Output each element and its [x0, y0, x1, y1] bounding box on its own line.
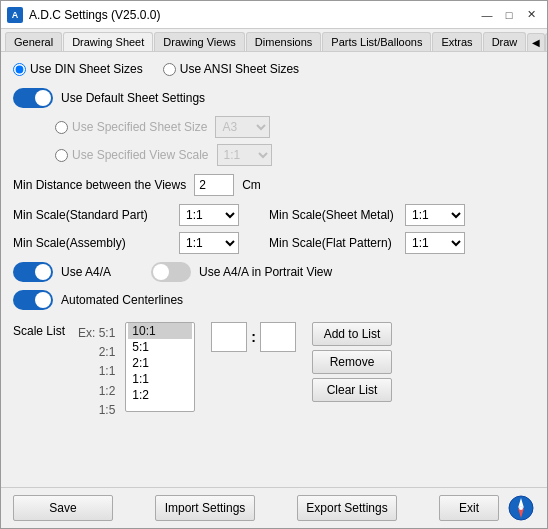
scale-option-5-1: 5:1 — [128, 339, 192, 355]
min-scale-flat-select[interactable]: 1:11:22:1 — [405, 232, 465, 254]
specified-scale-radio[interactable] — [55, 149, 68, 162]
scale-input-right[interactable] — [260, 322, 296, 352]
specified-size-radio[interactable] — [55, 121, 68, 134]
min-distance-input[interactable]: 2 — [194, 174, 234, 196]
tab-bar: General Drawing Sheet Drawing Views Dime… — [1, 29, 547, 52]
specified-scale-label: Use Specified View Scale — [72, 148, 209, 162]
toggle-thumb-a4 — [35, 264, 51, 280]
default-settings-row: Use Default Sheet Settings — [13, 88, 535, 108]
scale-list-section: Scale List Ex: 5:1 2:1 1:1 1:2 1:5 10:1 … — [13, 322, 535, 420]
toggle-thumb-default — [35, 90, 51, 106]
specified-size-radio-label[interactable]: Use Specified Sheet Size — [55, 120, 207, 134]
min-scale-standard-select[interactable]: 1:11:22:1 — [179, 204, 239, 226]
scale-example-4: 1:5 — [99, 401, 116, 420]
min-distance-label: Min Distance between the Views — [13, 178, 186, 192]
svg-point-3 — [519, 506, 523, 510]
din-sheet-label: Use DIN Sheet Sizes — [30, 62, 143, 76]
din-sheet-radio-label[interactable]: Use DIN Sheet Sizes — [13, 62, 143, 76]
tab-parts-list[interactable]: Parts List/Balloons — [322, 32, 431, 51]
use-a4-row: Use A4/A — [13, 262, 111, 282]
min-distance-unit: Cm — [242, 178, 261, 192]
toggle-thumb-centerlines — [35, 292, 51, 308]
specified-size-label: Use Specified Sheet Size — [72, 120, 207, 134]
use-a4-portrait-label: Use A4/A in Portrait View — [199, 265, 332, 279]
min-scale-assembly-select[interactable]: 1:11:22:1 — [179, 232, 239, 254]
min-distance-row: Min Distance between the Views 2 Cm — [13, 174, 535, 196]
scale-example-header: Ex: 5:1 — [78, 324, 115, 343]
clear-list-button[interactable]: Clear List — [312, 378, 392, 402]
specified-scale-row: Use Specified View Scale 1:1 1:2 2:1 — [35, 144, 535, 166]
min-scale-sheet-metal-select[interactable]: 1:11:22:1 — [405, 204, 465, 226]
specified-scale-select[interactable]: 1:1 1:2 2:1 — [217, 144, 272, 166]
export-settings-button[interactable]: Export Settings — [297, 495, 397, 521]
scale-input-left[interactable] — [211, 322, 247, 352]
ansi-sheet-radio[interactable] — [163, 63, 176, 76]
min-scale-assembly-row: Min Scale(Assembly) 1:11:22:1 — [13, 232, 239, 254]
ansi-sheet-radio-label[interactable]: Use ANSI Sheet Sizes — [163, 62, 299, 76]
import-settings-button[interactable]: Import Settings — [155, 495, 255, 521]
use-a4-label: Use A4/A — [61, 265, 111, 279]
main-window: A A.D.C Settings (V25.0.0) — □ ✕ General… — [0, 0, 548, 529]
min-scale-sheet-metal-row: Min Scale(Sheet Metal) 1:11:22:1 — [269, 204, 465, 226]
default-settings-label: Use Default Sheet Settings — [61, 91, 205, 105]
footer: Save Import Settings Export Settings Exi… — [1, 487, 547, 528]
use-a4-portrait-row: Use A4/A in Portrait View — [151, 262, 332, 282]
tab-drawing-views[interactable]: Drawing Views — [154, 32, 245, 51]
toggle-track-a4 — [13, 262, 53, 282]
scale-option-1-2: 1:2 — [128, 387, 192, 403]
min-scale-flat-row: Min Scale(Flat Pattern) 1:11:22:1 — [269, 232, 465, 254]
minimize-button[interactable]: — — [477, 5, 497, 25]
scale-listbox[interactable]: 10:1 5:1 2:1 1:1 1:2 — [125, 322, 195, 412]
specified-size-row: Use Specified Sheet Size A3 A0 A1 A2 A4 — [35, 116, 535, 138]
tab-extras[interactable]: Extras — [432, 32, 481, 51]
min-scale-section: Min Scale(Standard Part) 1:11:22:1 Min S… — [13, 204, 535, 254]
content-area: Use DIN Sheet Sizes Use ANSI Sheet Sizes… — [1, 52, 547, 487]
title-bar: A A.D.C Settings (V25.0.0) — □ ✕ — [1, 1, 547, 29]
din-sheet-radio[interactable] — [13, 63, 26, 76]
min-scale-standard-row: Min Scale(Standard Part) 1:11:22:1 — [13, 204, 239, 226]
remove-button[interactable]: Remove — [312, 350, 392, 374]
app-icon: A — [7, 7, 23, 23]
min-scale-standard-label: Min Scale(Standard Part) — [13, 208, 173, 222]
automated-centerlines-label: Automated Centerlines — [61, 293, 183, 307]
default-settings-toggle[interactable] — [13, 88, 53, 108]
specified-size-select[interactable]: A3 A0 A1 A2 A4 — [215, 116, 270, 138]
scale-input-pair: : — [211, 322, 296, 352]
toggle-thumb-a4-portrait — [153, 264, 169, 280]
title-bar-left: A A.D.C Settings (V25.0.0) — [7, 7, 160, 23]
exit-button[interactable]: Exit — [439, 495, 499, 521]
tab-scroll-right[interactable]: ▶ — [545, 33, 547, 51]
scale-list-examples: Ex: 5:1 2:1 1:1 1:2 1:5 — [78, 322, 115, 420]
save-button[interactable]: Save — [13, 495, 113, 521]
ansi-sheet-label: Use ANSI Sheet Sizes — [180, 62, 299, 76]
tab-dimensions[interactable]: Dimensions — [246, 32, 321, 51]
scale-buttons: Add to List Remove Clear List — [312, 322, 392, 402]
automated-centerlines-toggle[interactable] — [13, 290, 53, 310]
scale-colon: : — [251, 329, 256, 345]
tab-draw[interactable]: Draw — [483, 32, 527, 51]
toggle-track-default — [13, 88, 53, 108]
tab-drawing-sheet[interactable]: Drawing Sheet — [63, 32, 153, 52]
min-scale-flat-label: Min Scale(Flat Pattern) — [269, 236, 399, 250]
automated-centerlines-row: Automated Centerlines — [13, 290, 535, 310]
scale-list-label: Scale List — [13, 322, 68, 338]
compass-icon — [507, 494, 535, 522]
window-title: A.D.C Settings (V25.0.0) — [29, 8, 160, 22]
scale-example-3: 1:2 — [99, 382, 116, 401]
min-scale-assembly-label: Min Scale(Assembly) — [13, 236, 173, 250]
tab-general[interactable]: General — [5, 32, 62, 51]
min-scale-sheet-metal-label: Min Scale(Sheet Metal) — [269, 208, 399, 222]
footer-right: Exit — [439, 494, 535, 522]
tab-scroll-left[interactable]: ◀ — [527, 33, 545, 51]
scale-example-2: 1:1 — [99, 362, 116, 381]
a4-row: Use A4/A Use A4/A in Portrait View — [13, 262, 535, 282]
maximize-button[interactable]: □ — [499, 5, 519, 25]
scale-option-2-1: 2:1 — [128, 355, 192, 371]
specified-scale-radio-label[interactable]: Use Specified View Scale — [55, 148, 209, 162]
scale-example-1: 2:1 — [99, 343, 116, 362]
close-button[interactable]: ✕ — [521, 5, 541, 25]
use-a4-toggle[interactable] — [13, 262, 53, 282]
add-to-list-button[interactable]: Add to List — [312, 322, 392, 346]
title-controls: — □ ✕ — [477, 5, 541, 25]
use-a4-portrait-toggle[interactable] — [151, 262, 191, 282]
